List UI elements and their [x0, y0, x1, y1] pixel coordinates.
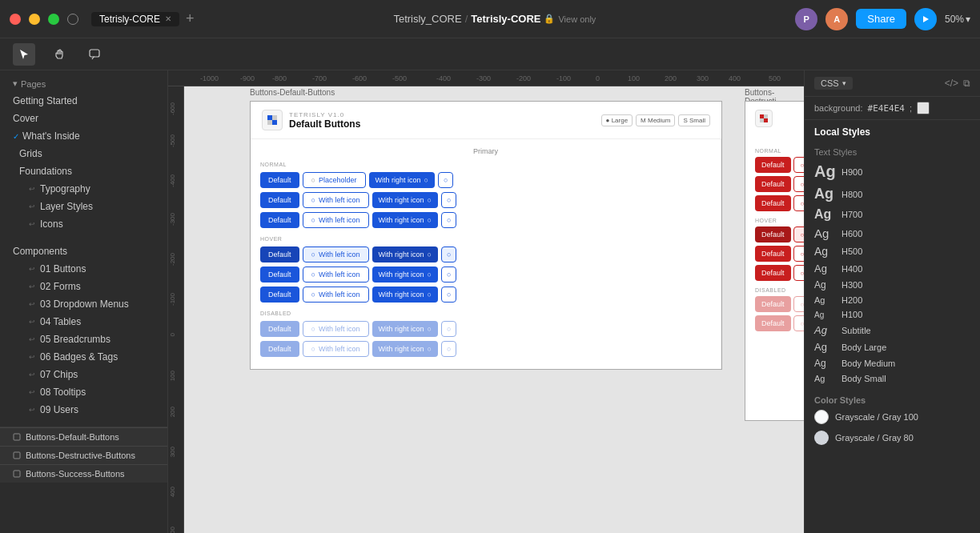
btn-dis-default-2[interactable]: Default [260, 341, 299, 357]
breadcrumb-root[interactable]: Tetrisly_CORE [393, 13, 461, 25]
sidebar-item-buttons-default[interactable]: Buttons-Default-Buttons [0, 427, 167, 446]
sidebar-item-whats-inside[interactable]: ✓ What's Inside [0, 127, 167, 145]
share-button[interactable]: Share [856, 9, 906, 29]
style-row-h100[interactable]: Ag H100 [805, 307, 980, 322]
btn-hover-left-2[interactable]: ○ With left icon [303, 266, 369, 283]
new-tab-icon[interactable]: + [186, 10, 195, 27]
size-l[interactable]: ● Large [601, 114, 633, 126]
dest-hover-btn-2[interactable]: ○With left icon [793, 226, 804, 242]
style-row-h300[interactable]: Ag H300 [805, 277, 980, 293]
style-row-body-small[interactable]: Ag Body Small [805, 371, 980, 386]
dest-dis-btn-3[interactable]: Default [755, 315, 791, 331]
btn-hover-default-1[interactable]: Default [260, 246, 299, 262]
style-row-h800[interactable]: Ag H800 [805, 183, 980, 205]
bg-color-swatch[interactable] [917, 102, 930, 114]
btn-hover-right-3[interactable]: With right icon ○ [372, 287, 438, 303]
size-s[interactable]: S Small [678, 114, 710, 126]
maximize-icon[interactable] [48, 14, 59, 25]
btn-hover-icon-1[interactable]: ○ [441, 246, 456, 262]
sidebar-item-01-buttons[interactable]: ↩ 01 Buttons [0, 260, 167, 278]
sidebar-item-03-dropdown[interactable]: ↩ 03 Dropdown Menus [0, 295, 167, 313]
color-row-gray80[interactable]: Grayscale / Gray 80 [805, 427, 980, 448]
sidebar-item-06-badges[interactable]: ↩ 06 Badges & Tags [0, 348, 167, 366]
sidebar-item-foundations[interactable]: Foundations [0, 162, 167, 180]
dest-hover-btn-3[interactable]: Default [755, 246, 791, 262]
sidebar-item-02-forms[interactable]: ↩ 02 Forms [0, 278, 167, 295]
sidebar-item-05-breadcrumbs[interactable]: ↩ 05 Breadcrumbs [0, 331, 167, 348]
sidebar-item-09-users[interactable]: ↩ 09 Users [0, 401, 167, 419]
style-row-h500[interactable]: Ag H500 [805, 242, 980, 260]
dest-btn-4[interactable]: ○With right icon [793, 176, 804, 192]
sidebar-item-buttons-destructive[interactable]: Buttons-Destructive-Buttons [0, 446, 167, 464]
style-row-h200[interactable]: Ag H200 [805, 293, 980, 307]
sidebar-item-07-chips[interactable]: ↩ 07 Chips [0, 366, 167, 383]
btn-icon-only-3[interactable]: ○ [441, 212, 456, 228]
btn-dis-left-2[interactable]: ○ With left icon [303, 341, 369, 357]
btn-right-icon-1[interactable]: With right icon ○ [369, 172, 435, 188]
dest-btn-2[interactable]: ○Placeholder [793, 157, 804, 173]
style-row-body-medium[interactable]: Ag Body Medium [805, 355, 980, 371]
hand-tool[interactable] [48, 43, 70, 66]
dest-btn-3[interactable]: Default [755, 176, 791, 192]
btn-hover-right-1[interactable]: With right icon ○ [372, 246, 438, 262]
dest-dis-btn-4[interactable]: ○With left icon [793, 315, 804, 331]
css-lang-button[interactable]: CSS ▾ [814, 77, 853, 90]
btn-hover-left-1[interactable]: ○ With left icon [303, 246, 369, 262]
btn-default-3[interactable]: Default [260, 212, 299, 228]
btn-left-icon-2[interactable]: ○ With left icon [303, 212, 369, 228]
btn-dis-default-1[interactable]: Default [260, 321, 299, 337]
btn-dis-icon-1[interactable]: ○ [441, 321, 456, 337]
play-button[interactable] [914, 8, 937, 30]
sidebar-item-cover[interactable]: Cover [0, 110, 167, 127]
btn-left-icon-1[interactable]: ○ With left icon [303, 192, 369, 208]
dest-hover-btn-6[interactable]: ○With left icon [793, 265, 804, 281]
pages-header[interactable]: ▾ Pages [0, 75, 167, 92]
breadcrumb-file[interactable]: Tetrisly-CORE [471, 13, 540, 25]
close-icon[interactable] [10, 14, 21, 25]
zoom-control[interactable]: 50% ▾ [945, 14, 970, 25]
dest-btn-1[interactable]: Default [755, 157, 791, 173]
btn-default-1[interactable]: Default [260, 172, 299, 188]
dest-hover-btn-5[interactable]: Default [755, 265, 791, 281]
btn-hover-default-2[interactable]: Default [260, 266, 299, 283]
btn-dis-right-2[interactable]: With right icon ○ [372, 341, 438, 357]
btn-hover-left-3[interactable]: ○ With left icon [303, 287, 369, 303]
comment-tool[interactable] [83, 43, 106, 66]
minimize-icon[interactable] [29, 14, 40, 25]
dest-btn-6[interactable]: ○With left icon [793, 195, 804, 211]
components-header-item[interactable]: Components [0, 242, 167, 260]
btn-dis-icon-2[interactable]: ○ [441, 341, 456, 357]
btn-dis-right-1[interactable]: With right icon ○ [372, 321, 438, 337]
sidebar-item-08-tooltips[interactable]: ↩ 08 Tooltips [0, 383, 167, 401]
sidebar-item-buttons-success[interactable]: Buttons-Success-Buttons [0, 464, 167, 483]
btn-icon-only-2[interactable]: ○ [441, 192, 456, 208]
btn-hover-icon-3[interactable]: ○ [441, 287, 456, 303]
dest-dis-btn-1[interactable]: Default [755, 296, 791, 312]
sidebar-item-icons[interactable]: ↩ Icons [0, 215, 167, 233]
tab-close-icon[interactable]: ✕ [165, 14, 171, 23]
style-row-h600[interactable]: Ag H600 [805, 224, 980, 242]
btn-dis-left-1[interactable]: ○ With left icon [303, 321, 369, 337]
dest-hover-btn-4[interactable]: ○With left icon [793, 246, 804, 262]
style-row-h700[interactable]: Ag H700 [805, 205, 980, 224]
btn-hover-default-3[interactable]: Default [260, 287, 299, 303]
btn-hover-icon-2[interactable]: ○ [441, 266, 456, 283]
style-row-h400[interactable]: Ag H400 [805, 260, 980, 277]
btn-right-icon-3[interactable]: With right icon ○ [372, 212, 438, 228]
btn-default-2[interactable]: Default [260, 192, 299, 208]
cursor-tool[interactable] [13, 43, 35, 66]
btn-placeholder-1[interactable]: ○ Placeholder [303, 172, 366, 188]
btn-icon-only-1[interactable]: ○ [438, 172, 453, 188]
sidebar-item-grids[interactable]: Grids [0, 145, 167, 162]
active-tab[interactable]: Tetrisly-CORE ✕ [91, 12, 179, 26]
sidebar-item-04-tables[interactable]: ↩ 04 Tables [0, 313, 167, 331]
size-m[interactable]: M Medium [636, 114, 675, 126]
btn-right-icon-2[interactable]: With right icon ○ [372, 192, 438, 208]
style-row-body-large[interactable]: Ag Body Large [805, 339, 980, 355]
copy-icon[interactable]: ⧉ [963, 78, 970, 89]
dest-btn-5[interactable]: Default [755, 195, 791, 211]
btn-hover-right-2[interactable]: With right icon ○ [372, 266, 438, 283]
color-row-gray100[interactable]: Grayscale / Gray 100 [805, 407, 980, 427]
sidebar-item-getting-started[interactable]: Getting Started [0, 92, 167, 110]
dest-dis-btn-2[interactable]: ○With left icon [793, 296, 804, 312]
